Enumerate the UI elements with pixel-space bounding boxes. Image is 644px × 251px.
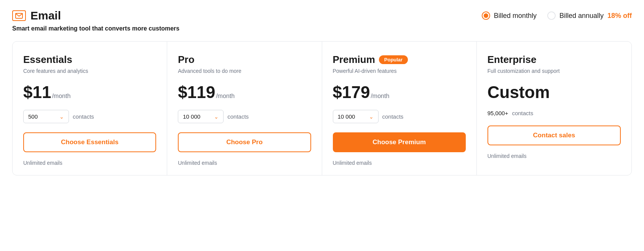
price-period-pro: /month (216, 93, 235, 100)
brand-area: Email (12, 9, 61, 22)
contacts-label-essentials: contacts (73, 113, 94, 120)
plan-card-premium: Premium Popular Powerful AI-driven featu… (322, 42, 477, 175)
plan-name-pro: Pro (178, 54, 194, 66)
unlimited-label-essentials: Unlimited emails (23, 160, 156, 166)
contacts-value-enterprise: 95,000+ (487, 110, 508, 116)
billing-toggle: Billed monthly Billed annually 18% off (482, 11, 632, 20)
contacts-label-enterprise: contacts (512, 110, 533, 116)
price-period-essentials: /month (52, 93, 70, 100)
billing-annually[interactable]: Billed annually 18% off (547, 11, 632, 20)
annual-discount-badge: 18% off (607, 12, 632, 20)
price-period-premium: /month (371, 93, 389, 100)
plan-price-pro: $119 /month (178, 84, 311, 101)
plan-price-enterprise: Custom (487, 84, 621, 101)
plan-card-pro: Pro Advanced tools to do more $119 /mont… (167, 42, 322, 175)
contacts-select-essentials[interactable]: 500 ⌄ (23, 110, 69, 123)
plan-desc-enterprise: Full customization and support (487, 68, 621, 76)
plan-card-enterprise: Enterprise Full customization and suppor… (477, 42, 631, 175)
choose-btn-premium[interactable]: Choose Premium (333, 132, 466, 152)
price-amount-pro: $119 (178, 84, 215, 101)
brand-title: Email (30, 9, 61, 22)
plan-desc-pro: Advanced tools to do more (178, 68, 311, 76)
email-icon (12, 10, 26, 21)
plan-price-premium: $179 /month (333, 84, 466, 101)
contacts-label-pro: contacts (227, 113, 249, 120)
chevron-down-icon: ⌄ (59, 114, 64, 120)
contacts-label-premium: contacts (382, 113, 404, 120)
contacts-select-premium[interactable]: 10 000 ⌄ (333, 110, 379, 123)
plan-header-essentials: Essentials (23, 54, 156, 66)
unlimited-label-enterprise: Unlimited emails (487, 153, 621, 159)
billing-monthly[interactable]: Billed monthly (482, 11, 537, 20)
plan-header-pro: Pro (178, 54, 311, 66)
unlimited-label-premium: Unlimited emails (333, 160, 466, 166)
plan-header-enterprise: Enterprise (487, 54, 621, 66)
plan-name-enterprise: Enterprise (487, 54, 537, 66)
price-amount-premium: $179 (333, 84, 370, 101)
plan-price-essentials: $11 /month (23, 84, 156, 101)
plan-desc-essentials: Core features and analytics (23, 68, 156, 76)
page-subtitle: Smart email marketing tool that converts… (12, 25, 632, 32)
contacts-row-pro: 10 000 ⌄ contacts (178, 110, 311, 123)
contacts-select-pro[interactable]: 10 000 ⌄ (178, 110, 224, 123)
unlimited-label-pro: Unlimited emails (178, 160, 311, 166)
contacts-row-premium: 10 000 ⌄ contacts (333, 110, 466, 123)
chevron-down-icon: ⌄ (214, 114, 219, 120)
contacts-select-value-essentials: 500 (28, 113, 38, 120)
chevron-down-icon: ⌄ (369, 114, 374, 120)
choose-btn-essentials[interactable]: Choose Essentials (23, 132, 156, 152)
plan-card-essentials: Essentials Core features and analytics $… (13, 42, 167, 175)
plan-name-premium: Premium (333, 54, 375, 66)
plan-desc-premium: Powerful AI-driven features (333, 68, 466, 76)
choose-btn-enterprise[interactable]: Contact sales (487, 126, 621, 145)
radio-annually[interactable] (547, 11, 556, 20)
contacts-select-value-premium: 10 000 (338, 113, 355, 120)
radio-monthly[interactable] (482, 11, 490, 20)
contacts-row-essentials: 500 ⌄ contacts (23, 110, 156, 123)
choose-btn-pro[interactable]: Choose Pro (178, 132, 311, 152)
pricing-grid: Essentials Core features and analytics $… (12, 41, 632, 175)
page-header: Email Billed monthly Billed annually 18%… (12, 9, 632, 22)
contacts-select-value-pro: 10 000 (183, 113, 200, 120)
contacts-row-enterprise: 95,000+ contacts (487, 110, 621, 116)
plan-name-essentials: Essentials (23, 54, 72, 66)
plan-header-premium: Premium Popular (333, 54, 466, 66)
price-amount-essentials: $11 (23, 84, 51, 101)
popular-badge-premium: Popular (379, 55, 408, 64)
